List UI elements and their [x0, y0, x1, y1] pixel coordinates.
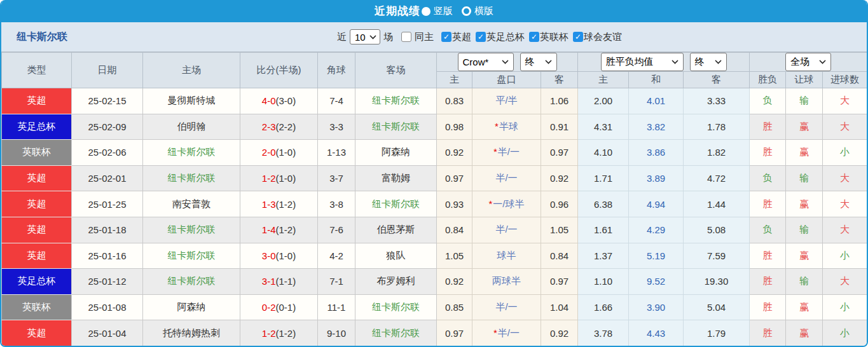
halftime-score: (1-2): [276, 199, 296, 210]
date-cell: 25-02-06: [72, 140, 143, 166]
layout-option-horizontal[interactable]: 横版: [462, 5, 493, 17]
halftime-score: (3-0): [276, 95, 296, 106]
handicap-result-cell: 赢: [786, 114, 823, 140]
away-team-cell[interactable]: 阿森纳: [355, 140, 437, 166]
home-team-cell[interactable]: 曼彻斯特城: [143, 88, 240, 114]
home-team-cell[interactable]: 纽卡斯尔联: [143, 140, 240, 166]
result-cell: 胜: [750, 114, 786, 140]
corner-cell: 11-1: [318, 294, 355, 320]
league-filter[interactable]: ✓ 英足总杯: [476, 31, 525, 43]
score-cell: 2-3(2-2): [240, 114, 318, 140]
avg-home-cell: 1.10: [578, 269, 629, 295]
league-checkbox[interactable]: ✓: [441, 32, 451, 42]
home-team-cell[interactable]: 伯明翰: [143, 114, 240, 140]
date-cell: 25-01-25: [72, 191, 143, 217]
table-row: 英联杯 25-01-08 阿森纳 0-2(0-1) 11-1 纽卡斯尔联 0.8…: [2, 294, 867, 320]
result-cell: 负: [750, 88, 786, 114]
handicap-cell: *半/一: [472, 320, 541, 346]
score-cell: 3-0(1-0): [240, 243, 318, 269]
odds-company-select[interactable]: Crow*: [458, 53, 514, 71]
avg-away-cell: 1.82: [684, 140, 750, 166]
handicap-result-cell: 输: [786, 165, 823, 191]
odds-away-cell: 1.06: [541, 88, 578, 114]
home-team-cell[interactable]: 南安普敦: [143, 191, 240, 217]
away-team-cell[interactable]: 纽卡斯尔联: [355, 294, 437, 320]
col-header-score: 比分(半场): [240, 53, 318, 88]
avg-draw-cell: 3.86: [629, 140, 684, 166]
same-home-checkbox[interactable]: [401, 32, 411, 42]
average-type-select[interactable]: 胜平负均值: [601, 53, 684, 71]
halftime-score: (2-2): [276, 121, 296, 132]
handicap-cell: *球半: [472, 243, 541, 269]
avg-away-cell: 3.33: [684, 88, 750, 114]
scope-value: 全场: [790, 56, 809, 68]
date-cell: 25-02-09: [72, 114, 143, 140]
away-team-cell[interactable]: 纽卡斯尔联: [355, 88, 437, 114]
avg-home-cell: 4.31: [578, 114, 629, 140]
page-title: 近期战绩: [375, 4, 420, 18]
recent-count-value: 10: [355, 32, 366, 43]
goals-result-cell: 小: [823, 243, 867, 269]
handicap-star-icon: *: [493, 327, 497, 338]
avg-draw-cell: 4.94: [629, 191, 684, 217]
away-team-cell[interactable]: 布罗姆利: [355, 269, 437, 295]
results-table: 类型 日期 主场 比分(半场) 角球 客场 Crow* 终: [1, 52, 867, 346]
away-team-cell[interactable]: 纽卡斯尔联: [355, 191, 437, 217]
goals-result-cell: 小: [823, 140, 867, 166]
competition-badge: 英超: [2, 191, 72, 217]
chevron-down-icon: [369, 35, 376, 39]
odds-time-select[interactable]: 终: [520, 53, 557, 71]
scope-select[interactable]: 全场: [785, 53, 831, 71]
avg-draw-cell: 3.89: [629, 165, 684, 191]
competition-badge: 英联杯: [2, 140, 72, 166]
odds-away-cell: 0.97: [541, 269, 578, 295]
home-team-cell[interactable]: 纽卡斯尔联: [143, 243, 240, 269]
radio-unselected-icon: [462, 6, 471, 16]
halftime-score: (1-0): [276, 173, 296, 184]
chevron-down-icon: [819, 60, 826, 64]
average-time-select[interactable]: 终: [690, 53, 727, 71]
home-team-cell[interactable]: 纽卡斯尔联: [143, 165, 240, 191]
avg-away-cell: 19.30: [684, 269, 750, 295]
recent-count-select[interactable]: 10: [350, 29, 380, 44]
away-team-cell[interactable]: 纽卡斯尔联: [355, 320, 437, 346]
league-checkbox[interactable]: ✓: [529, 32, 539, 42]
fulltime-score: 2-3: [262, 121, 276, 132]
league-filter[interactable]: ✓ 球会友谊: [573, 31, 622, 43]
handicap-cell: *半/一: [472, 217, 541, 243]
avg-home-cell: 1.37: [578, 243, 629, 269]
home-team-cell[interactable]: 托特纳姆热刺: [143, 320, 240, 346]
league-checkbox[interactable]: ✓: [476, 32, 486, 42]
home-team-cell[interactable]: 纽卡斯尔联: [143, 217, 240, 243]
home-team-cell[interactable]: 纽卡斯尔联: [143, 269, 240, 295]
handicap-result-cell: 赢: [786, 243, 823, 269]
layout-option-vertical[interactable]: 竖版: [422, 5, 453, 17]
league-filter[interactable]: ✓ 英超: [441, 31, 471, 43]
corner-cell: 4-2: [318, 243, 355, 269]
goals-result-cell: 小: [823, 320, 867, 346]
result-cell: 胜: [750, 294, 786, 320]
avg-away-cell: 5.08: [684, 217, 750, 243]
odds-away-cell: 0.97: [541, 140, 578, 166]
away-team-cell[interactable]: 富勒姆: [355, 165, 437, 191]
title-bar: 近期战绩 竖版 横版: [1, 0, 867, 22]
fulltime-score: 1-4: [262, 224, 276, 235]
home-team-cell[interactable]: 阿森纳: [143, 294, 240, 320]
halftime-score: (1-2): [276, 224, 296, 235]
away-team-cell[interactable]: 纽卡斯尔联: [355, 114, 437, 140]
result-cell: 胜: [750, 140, 786, 166]
score-cell: 2-0(1-0): [240, 140, 318, 166]
matches-label: 场: [383, 31, 393, 43]
handicap-cell: *半/一: [472, 294, 541, 320]
result-cell: 负: [750, 217, 786, 243]
score-cell: 0-2(0-1): [240, 294, 318, 320]
away-team-cell[interactable]: 狼队: [355, 243, 437, 269]
fulltime-score: 0-2: [262, 302, 276, 313]
away-team-cell[interactable]: 伯恩茅斯: [355, 217, 437, 243]
check-icon: ✓: [478, 33, 484, 41]
chevron-down-icon: [545, 60, 552, 64]
league-filter[interactable]: ✓ 英联杯: [529, 31, 568, 43]
league-checkbox[interactable]: ✓: [573, 32, 583, 42]
avg-draw-cell: 3.90: [629, 294, 684, 320]
handicap-text: 半/一: [498, 146, 520, 157]
